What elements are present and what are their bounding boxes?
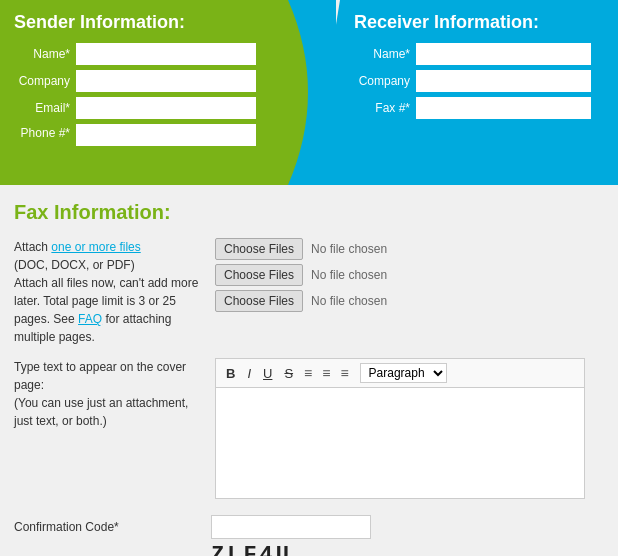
choose-files-btn-2[interactable]: Choose Files bbox=[215, 264, 303, 286]
sender-panel: Sender Information: Name* Company Email*… bbox=[0, 0, 310, 185]
choose-files-btn-1[interactable]: Choose Files bbox=[215, 238, 303, 260]
editor-label-1: Type text to appear on the cover page: bbox=[14, 360, 186, 392]
fax-title: Fax Information: bbox=[14, 201, 604, 224]
receiver-company-row: Company bbox=[354, 70, 604, 92]
align-center-icon[interactable]: ≡ bbox=[319, 363, 333, 383]
receiver-company-label: Company bbox=[354, 74, 416, 88]
wave-divider bbox=[288, 0, 336, 185]
bold-button[interactable]: B bbox=[222, 364, 239, 383]
align-left-icon[interactable]: ≡ bbox=[301, 363, 315, 383]
receiver-name-input[interactable] bbox=[416, 43, 591, 65]
editor-toolbar: B I U S ≡ ≡ ≡ Paragraph bbox=[216, 359, 584, 388]
no-file-text-3: No file chosen bbox=[311, 294, 387, 308]
receiver-panel: Receiver Information: Name* Company Fax … bbox=[310, 0, 618, 185]
sender-email-input[interactable] bbox=[76, 97, 256, 119]
file-row-2: Choose Files No file chosen bbox=[215, 264, 387, 286]
confirmation-label: Confirmation Code* bbox=[14, 520, 199, 534]
captcha-code: ZLF4U bbox=[211, 543, 604, 556]
faq-link[interactable]: FAQ bbox=[78, 312, 102, 326]
file-upload-section: Choose Files No file chosen Choose Files… bbox=[215, 238, 387, 312]
receiver-name-label: Name* bbox=[354, 47, 416, 61]
receiver-fax-input[interactable] bbox=[416, 97, 591, 119]
sender-name-input[interactable] bbox=[76, 43, 256, 65]
sender-email-row: Email* bbox=[14, 97, 296, 119]
no-file-text-2: No file chosen bbox=[311, 268, 387, 282]
fax-section: Fax Information: Attach one or more file… bbox=[0, 185, 618, 556]
editor-container: Type text to appear on the cover page: (… bbox=[14, 358, 604, 499]
sender-company-input[interactable] bbox=[76, 70, 256, 92]
sender-email-label: Email* bbox=[14, 101, 76, 115]
sender-phone-input[interactable] bbox=[76, 124, 256, 146]
receiver-fax-label: Fax #* bbox=[354, 101, 416, 115]
sender-name-label: Name* bbox=[14, 47, 76, 61]
attach-link[interactable]: one or more files bbox=[51, 240, 140, 254]
file-row-3: Choose Files No file chosen bbox=[215, 290, 387, 312]
no-file-text-1: No file chosen bbox=[311, 242, 387, 256]
underline-button[interactable]: U bbox=[259, 364, 276, 383]
header-section: Sender Information: Name* Company Email*… bbox=[0, 0, 618, 185]
sender-name-row: Name* bbox=[14, 43, 296, 65]
sender-title: Sender Information: bbox=[14, 12, 296, 33]
confirmation-input[interactable] bbox=[211, 515, 371, 539]
sender-phone-row: Phone #* bbox=[14, 124, 296, 146]
editor-body[interactable] bbox=[216, 388, 584, 498]
receiver-name-row: Name* bbox=[354, 43, 604, 65]
editor-wrapper: Type text to appear on the cover page: (… bbox=[14, 358, 604, 499]
choose-files-btn-3[interactable]: Choose Files bbox=[215, 290, 303, 312]
strikethrough-button[interactable]: S bbox=[280, 364, 297, 383]
file-row-1: Choose Files No file chosen bbox=[215, 238, 387, 260]
editor-label: Type text to appear on the cover page: (… bbox=[14, 358, 199, 499]
sender-company-row: Company bbox=[14, 70, 296, 92]
rich-editor: B I U S ≡ ≡ ≡ Paragraph bbox=[215, 358, 585, 499]
attach-info: Attach one or more files (DOC, DOCX, or … bbox=[14, 238, 199, 346]
sender-company-label: Company bbox=[14, 74, 76, 88]
attach-text-1: Attach bbox=[14, 240, 51, 254]
receiver-fax-row: Fax #* bbox=[354, 97, 604, 119]
attach-text-2: (DOC, DOCX, or PDF) bbox=[14, 258, 135, 272]
receiver-company-input[interactable] bbox=[416, 70, 591, 92]
fax-body: Attach one or more files (DOC, DOCX, or … bbox=[14, 238, 604, 346]
paragraph-select[interactable]: Paragraph bbox=[360, 363, 447, 383]
align-right-icon[interactable]: ≡ bbox=[337, 363, 351, 383]
receiver-title: Receiver Information: bbox=[354, 12, 604, 33]
sender-phone-label: Phone #* bbox=[14, 124, 76, 140]
confirmation-section: Confirmation Code* bbox=[14, 515, 604, 539]
italic-button[interactable]: I bbox=[243, 364, 255, 383]
editor-label-2: (You can use just an attachment, just te… bbox=[14, 396, 188, 428]
